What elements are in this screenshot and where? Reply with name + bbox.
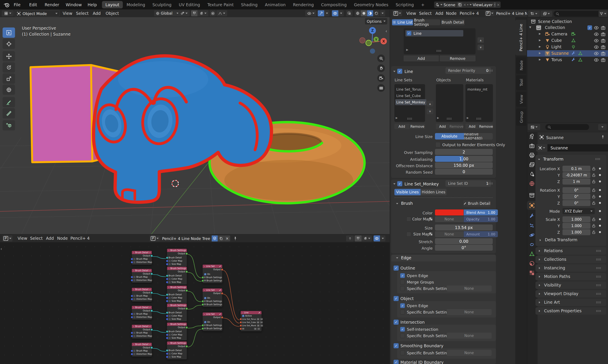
rail-particles-tab[interactable] (529, 223, 535, 229)
orientation-dropdown[interactable]: Global (154, 10, 180, 16)
visibility-dropdown[interactable] (305, 10, 317, 16)
side-tab-pencil4line[interactable]: Pencil+ 4 Line (515, 20, 527, 55)
animate-dot[interactable] (599, 189, 601, 191)
node-brush-settings[interactable]: ⌄Brush SettingsOutputBrush Detail✓Color … (167, 286, 187, 304)
outliner-row-camera[interactable]: ▶Camera (527, 31, 608, 37)
node-brush-detail[interactable]: ⌄Brush DetailOutput✓Brush Map✓Distortion… (132, 342, 152, 357)
viewlayer-selector[interactable]: ViewLayer × (466, 1, 501, 8)
lock-icon[interactable] (592, 173, 596, 177)
pivot-dropdown[interactable] (178, 10, 190, 16)
rail-scene-tab[interactable] (529, 171, 535, 177)
disable-render-icon[interactable] (601, 38, 606, 43)
edge-panel-chevron[interactable] (396, 257, 398, 259)
pencil-tree-type-button[interactable]: P (485, 10, 494, 16)
options-button[interactable]: Options (365, 18, 387, 25)
expand-arrow[interactable]: ▶ (539, 32, 541, 35)
hide-eye-icon[interactable] (594, 38, 599, 43)
animate-dot[interactable] (599, 195, 601, 197)
node-tree-name[interactable]: Pencil+ 4 Line Node Tree (160, 235, 216, 241)
delta-transform-chevron[interactable] (540, 239, 541, 241)
panel-grip[interactable] (596, 293, 601, 295)
line-list-remove-button[interactable]: Remove (440, 55, 476, 61)
animate-dot[interactable] (599, 225, 601, 227)
rail-tool-tab[interactable] (529, 133, 535, 139)
workspace-tab-compositing[interactable]: Compositing (318, 1, 350, 8)
brush-detail-button[interactable]: Brush Detail (463, 200, 490, 207)
node-brush-detail[interactable]: ⌄Brush DetailOutput✓Brush Map✓Distortion… (132, 287, 152, 302)
line-size-relative[interactable]: Relative (640*480) (464, 133, 493, 140)
xray-toggle[interactable] (346, 10, 353, 16)
delta-transform-label[interactable]: Delta Transform (545, 237, 577, 242)
outliner-root-row[interactable]: Scene Collection (527, 18, 608, 25)
pin-icon[interactable] (233, 236, 238, 241)
panel-collections[interactable]: Collections (535, 256, 606, 263)
panel-grip[interactable] (596, 310, 601, 312)
animate-dot[interactable] (599, 231, 601, 233)
side-tab-tool[interactable]: Tool (516, 75, 527, 90)
cube-label[interactable]: Cube (551, 38, 562, 43)
objects-expand-icon[interactable]: ▶ (437, 116, 439, 119)
disable-render-icon[interactable] (601, 45, 606, 50)
lock-icon[interactable] (592, 188, 596, 192)
workspace-tab-layout[interactable]: Layout (102, 1, 123, 8)
panel-line-art[interactable]: Line Art (535, 299, 606, 306)
edge-row-checkbox[interactable]: ✓ (400, 351, 405, 355)
rail-material-tab[interactable] (529, 260, 535, 266)
transform-value-field[interactable]: 1 m (562, 179, 590, 184)
transform-value-field[interactable]: 1.000 (562, 229, 590, 235)
panel-viewport-display[interactable]: Viewport Display (535, 290, 606, 298)
line-sets-up-button[interactable]: ▲ (427, 101, 433, 106)
edge-none-button[interactable]: None (447, 350, 492, 356)
shading-solid[interactable] (361, 10, 367, 16)
outliner-row-cube[interactable]: ▶Cube (527, 37, 608, 44)
line-list-up-button[interactable]: ▲ (477, 37, 484, 43)
expand-arrow[interactable]: ▶ (539, 52, 541, 54)
properties-search[interactable] (545, 124, 589, 130)
node-brush-settings[interactable]: ⌄Brush SettingsOutputBrush Detail✓Color … (167, 303, 187, 322)
animate-dot[interactable] (599, 210, 601, 212)
material-item-monkey-mt[interactable]: monkey_mt (466, 86, 494, 92)
node-tree-type-button[interactable]: P (149, 235, 160, 241)
sidebar-collapse-arrow[interactable]: ‹ (385, 28, 387, 34)
collection-label[interactable]: Collection (545, 25, 565, 30)
shading-material[interactable] (367, 10, 373, 16)
expand-arrow[interactable]: ▶ (539, 39, 541, 42)
render-priority-field[interactable]: Render Priority0 (446, 67, 491, 74)
list-resize-grip[interactable] (436, 50, 441, 52)
size-map-checker-icon[interactable] (429, 232, 433, 236)
output-elements-checkbox[interactable]: ✓ (435, 142, 441, 147)
camera-label[interactable]: Camera (551, 32, 568, 36)
rail-constraints-tab[interactable] (529, 242, 535, 247)
panel-visibility[interactable]: Visibility (535, 282, 606, 289)
tool-scale[interactable] (2, 73, 15, 84)
line-item-checkbox[interactable]: ✓ (407, 31, 411, 36)
color-swatch[interactable] (435, 209, 463, 215)
edge-row-checkbox[interactable]: ✓ (400, 303, 405, 308)
edge-group-checkbox[interactable]: ✓ (394, 343, 399, 348)
scene-selector[interactable]: Scene × (434, 1, 467, 8)
line-size-absolute[interactable]: Absolute (435, 133, 464, 140)
line-sets-add-button[interactable]: Add (394, 124, 409, 129)
tool-add-cube[interactable] (2, 120, 15, 130)
outliner-search[interactable] (554, 11, 602, 17)
rail-object-data-tab[interactable] (529, 251, 535, 257)
snap-toggle[interactable] (191, 10, 198, 16)
line-list-add-button[interactable]: Add (404, 55, 439, 61)
side-tab-node[interactable]: Node (516, 57, 527, 74)
meshtri-data-icon[interactable] (578, 57, 583, 62)
panel-grip[interactable] (596, 301, 601, 303)
workspace-tab-animation[interactable]: Animation (262, 1, 289, 8)
side-tab-view[interactable]: View (516, 92, 527, 107)
mode-dropdown[interactable]: Object Mode (15, 10, 60, 17)
line-sets-down-button[interactable]: ▼ (427, 109, 433, 114)
line-set-panel-checkbox[interactable]: ✓ (397, 181, 402, 186)
properties-display-button[interactable] (528, 124, 540, 130)
line-panel-chevron[interactable] (393, 71, 396, 72)
workspace-tab-shading[interactable]: Shading (238, 1, 261, 8)
tool-transform[interactable] (2, 85, 15, 95)
transform-value-field[interactable]: 0° (562, 194, 590, 200)
line-set-panel-chevron[interactable] (393, 183, 396, 184)
color-map-checkbox[interactable]: ✓ (406, 217, 411, 221)
pencil-tree-name[interactable]: Pencil+ 4 Line N (494, 10, 530, 16)
edge-group-checkbox[interactable]: ✓ (394, 265, 399, 271)
